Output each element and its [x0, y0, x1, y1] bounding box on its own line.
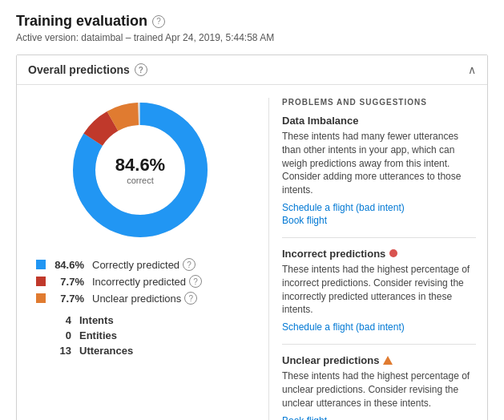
problem-link-incorrect-0[interactable]: Schedule a flight (bad intent): [282, 321, 476, 333]
problem-unclear: Unclear predictions These intents had th…: [282, 354, 476, 420]
legend-label-incorrect: Incorrectly predicted ?: [92, 275, 202, 288]
donut-percent: 84.6%: [115, 155, 165, 176]
section-header: Overall predictions ? ∧: [17, 55, 487, 85]
stats-block: 4 Intents 0 Entities 13 Utterances: [36, 314, 244, 357]
stats-num-entities: 0: [36, 329, 71, 341]
legend-label-correct: Correctly predicted ?: [92, 258, 196, 271]
problem-data-imbalance: Data Imbalance These intents had many fe…: [282, 115, 476, 226]
legend-color-unclear: [36, 293, 46, 303]
problem-heading-incorrect: Incorrect predictions: [282, 248, 476, 260]
problem-link-imbalance-1[interactable]: Book flight: [282, 215, 476, 226]
stats-num-intents: 4: [36, 314, 71, 326]
problem-desc-incorrect: These intents had the highest percentage…: [282, 263, 476, 317]
left-panel: 84.6% correct 84.6% Correctly predicted …: [28, 98, 252, 420]
divider-2: [282, 344, 476, 345]
legend-row-correct: 84.6% Correctly predicted ?: [36, 258, 244, 271]
collapse-icon[interactable]: ∧: [468, 63, 476, 76]
problem-heading-unclear: Unclear predictions: [282, 354, 476, 366]
section-title-group: Overall predictions ?: [28, 63, 147, 76]
problem-desc-unclear: These intents had the highest percentage…: [282, 370, 476, 410]
legend-help-unclear[interactable]: ?: [184, 292, 197, 305]
legend-row-unclear: 7.7% Unclear predictions ?: [36, 292, 244, 305]
problem-link-unclear-0[interactable]: Book flight: [282, 415, 476, 420]
problems-title: PROBLEMS AND SUGGESTIONS: [282, 98, 476, 107]
problem-incorrect: Incorrect predictions These intents had …: [282, 248, 476, 333]
problem-heading-imbalance: Data Imbalance: [282, 115, 476, 127]
legend-value-incorrect: 7.7%: [49, 276, 84, 288]
section-body: 84.6% correct 84.6% Correctly predicted …: [17, 85, 487, 420]
chart-legend: 84.6% Correctly predicted ? 7.7% Incorre…: [28, 258, 252, 360]
page-help-icon[interactable]: ?: [152, 15, 165, 28]
legend-value-correct: 84.6%: [49, 259, 84, 271]
page-header: Training evaluation ?: [16, 13, 488, 30]
legend-help-incorrect[interactable]: ?: [189, 275, 202, 288]
stats-intents: 4 Intents: [36, 314, 244, 326]
legend-row-incorrect: 7.7% Incorrectly predicted ?: [36, 275, 244, 288]
stats-utterances: 13 Utterances: [36, 345, 244, 357]
stats-label-utterances: Utterances: [79, 345, 133, 357]
donut-text: correct: [115, 176, 165, 185]
donut-chart: 84.6% correct: [68, 98, 212, 242]
badge-orange-icon: [383, 356, 393, 365]
badge-red-icon: [389, 249, 397, 257]
section-title-text: Overall predictions: [28, 63, 130, 76]
right-panel: PROBLEMS AND SUGGESTIONS Data Imbalance …: [268, 98, 476, 420]
page-title: Training evaluation: [16, 13, 147, 30]
page-subtitle: Active version: dataimbal – trained Apr …: [16, 32, 488, 43]
stats-label-entities: Entities: [79, 329, 117, 341]
legend-help-correct[interactable]: ?: [183, 258, 196, 271]
overall-predictions-card: Overall predictions ? ∧: [16, 55, 488, 420]
stats-num-utterances: 13: [36, 345, 71, 357]
legend-color-correct: [36, 260, 46, 269]
stats-label-intents: Intents: [79, 314, 114, 326]
problem-link-imbalance-0[interactable]: Schedule a flight (bad intent): [282, 202, 476, 213]
divider-1: [282, 237, 476, 238]
donut-label: 84.6% correct: [115, 155, 165, 185]
legend-value-unclear: 7.7%: [49, 293, 84, 305]
page-container: Training evaluation ? Active version: da…: [0, 0, 504, 420]
legend-label-unclear: Unclear predictions ?: [92, 292, 197, 305]
section-help-icon[interactable]: ?: [135, 63, 147, 76]
problem-desc-imbalance: These intents had many fewer utterances …: [282, 130, 476, 197]
stats-entities: 0 Entities: [36, 329, 244, 341]
legend-color-incorrect: [36, 277, 46, 286]
